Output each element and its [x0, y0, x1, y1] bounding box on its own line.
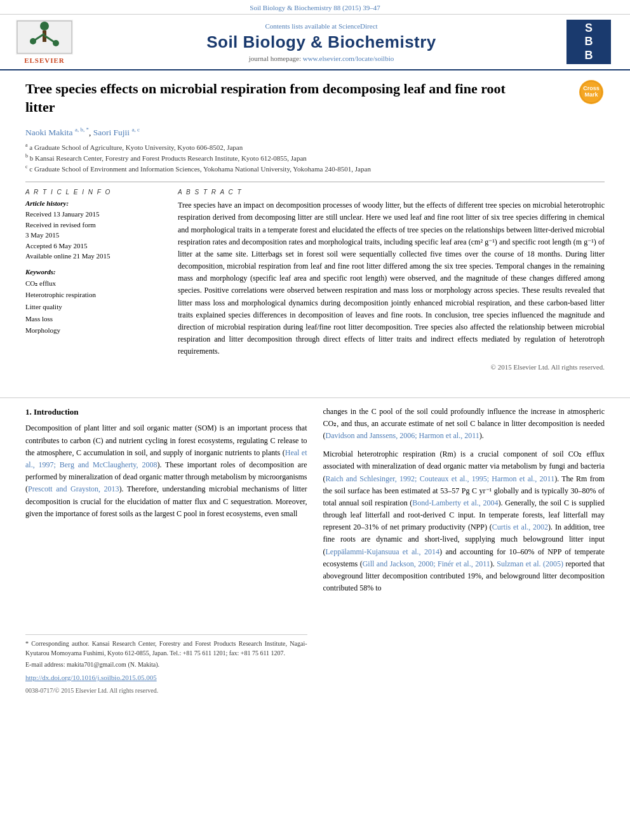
authors: Naoki Makita a, b, *, Saori Fujii a, c — [25, 126, 605, 138]
article-info-column: A R T I C L E I N F O Article history: R… — [25, 189, 165, 370]
article-info-label: A R T I C L E I N F O — [25, 189, 165, 196]
keyword-mass: Mass loss — [25, 313, 165, 325]
elsevier-logo: ELSEVIER — [13, 20, 76, 64]
footnote-separator: * Corresponding author. Kansai Research … — [25, 634, 307, 670]
section-divider — [0, 397, 630, 398]
science-direct-label: Contents lists available at ScienceDirec… — [83, 22, 560, 30]
science-direct-link-text[interactable]: ScienceDirect — [338, 22, 378, 30]
journal-logo-box: S B B — [566, 20, 611, 64]
received-revised-label: Received in revised form — [25, 220, 165, 230]
svg-point-6 — [53, 40, 59, 46]
article-history-block: Article history: Received 13 January 201… — [25, 199, 165, 262]
ref-heal[interactable]: Heal et al., 1997; Berg and McClaugherty… — [25, 448, 307, 469]
author-makita[interactable]: Naoki Makita — [25, 128, 73, 137]
keyword-litter: Litter quality — [25, 301, 165, 313]
keyword-co2: CO₂ efflux — [25, 277, 165, 290]
ref-davidson[interactable]: Davidson and Janssens, 2006; Harmon et a… — [326, 431, 479, 440]
crossmark-icon: Cross Mark — [579, 80, 603, 104]
copyright-line: © 2015 Elsevier Ltd. All rights reserved… — [178, 363, 605, 371]
ref-curtis[interactable]: Curtis et al., 2002 — [492, 523, 548, 531]
ref-leppala[interactable]: Leppälammi-Kujansuua et al., 2014 — [326, 547, 439, 556]
ref-raich[interactable]: Raich and Schlesinger, 1992; Couteaux et… — [326, 474, 555, 483]
received-date: Received 13 January 2015 — [25, 209, 165, 220]
elsevier-logo-area: ELSEVIER — [13, 20, 76, 64]
ref-sulzman[interactable]: Sulzman et al. (2005) — [497, 559, 563, 568]
abstract-text: Tree species have an impact on decomposi… — [178, 199, 605, 357]
ref-prescott[interactable]: Prescott and Grayston, 2013 — [28, 484, 119, 493]
email-note: E-mail address: makita701@gmail.com (N. … — [25, 660, 307, 670]
intro-heading: 1. Introduction — [25, 406, 307, 419]
revised-date: 3 May 2015 — [25, 230, 165, 241]
keywords-heading: Keywords: — [25, 268, 165, 276]
affiliations: a a Graduate School of Agriculture, Kyot… — [25, 142, 605, 174]
body-content: 1. Introduction Decomposition of plant l… — [0, 406, 630, 697]
affiliation-c: c c Graduate School of Environment and I… — [25, 163, 605, 174]
info-abstract-section: A R T I C L E I N F O Article history: R… — [25, 182, 605, 370]
homepage-label: journal homepage: — [249, 55, 301, 62]
journal-ref-text: Soil Biology & Biochemistry 88 (2015) 39… — [250, 4, 380, 11]
body-left-col: 1. Introduction Decomposition of plant l… — [25, 406, 307, 697]
affiliation-a: a a Graduate School of Agriculture, Kyot… — [25, 142, 605, 152]
right-para-1: changes in the C pool of the soil could … — [323, 406, 605, 443]
journal-header-center: Contents lists available at ScienceDirec… — [83, 22, 560, 62]
ref-gill[interactable]: Gill and Jackson, 2000; Finér et al., 20… — [363, 559, 490, 568]
article-content: Tree species effects on microbial respir… — [0, 70, 630, 390]
journal-title: Soil Biology & Biochemistry — [83, 32, 560, 52]
body-right-col: changes in the C pool of the soil could … — [323, 406, 605, 697]
abstract-label: A B S T R A C T — [178, 189, 605, 196]
svg-point-5 — [30, 38, 36, 44]
author-fujii[interactable]: Saori Fujii — [93, 128, 130, 137]
available-date: Available online 21 May 2015 — [25, 251, 165, 262]
svg-text:Cross: Cross — [583, 85, 600, 91]
journal-homepage: journal homepage: www.elsevier.com/locat… — [83, 55, 560, 62]
corresponding-note: * Corresponding author. Kansai Research … — [25, 639, 307, 658]
homepage-url[interactable]: www.elsevier.com/locate/soilbio — [303, 55, 394, 62]
abstract-column: A B S T R A C T Tree species have an imp… — [178, 189, 605, 370]
intro-para-1: Decomposition of plant litter and soil o… — [25, 422, 307, 520]
article-title: Tree species effects on microbial respir… — [25, 80, 533, 116]
crossmark-badge[interactable]: Cross Mark — [579, 80, 605, 105]
issn-line: 0038-0717/© 2015 Elsevier Ltd. All right… — [25, 686, 307, 696]
journal-reference-bar: Soil Biology & Biochemistry 88 (2015) 39… — [0, 0, 630, 15]
history-heading: Article history: — [25, 199, 165, 207]
affiliation-b: b b Kansai Research Center, Forestry and… — [25, 152, 605, 163]
journal-header: ELSEVIER Contents lists available at Sci… — [0, 15, 630, 70]
accepted-date: Accepted 6 May 2015 — [25, 241, 165, 251]
elsevier-tree-image — [16, 20, 73, 55]
doi-link[interactable]: http://dx.doi.org/10.1016/j.soilbio.2015… — [25, 672, 307, 684]
keywords-block: Keywords: CO₂ efflux Heterotrophic respi… — [25, 268, 165, 337]
journal-logo-right: S B B — [566, 20, 617, 64]
ref-bond[interactable]: Bond-Lamberty et al., 2004 — [412, 498, 498, 507]
keyword-heterotrophic: Heterotrophic respiration — [25, 289, 165, 301]
keyword-morphology: Morphology — [25, 324, 165, 337]
right-para-2: Microbial heterotrophic respiration (Rm)… — [323, 448, 605, 594]
article-title-section: Tree species effects on microbial respir… — [25, 80, 605, 121]
svg-text:Mark: Mark — [584, 91, 598, 98]
svg-point-1 — [40, 22, 49, 30]
elsevier-wordmark: ELSEVIER — [24, 57, 65, 64]
